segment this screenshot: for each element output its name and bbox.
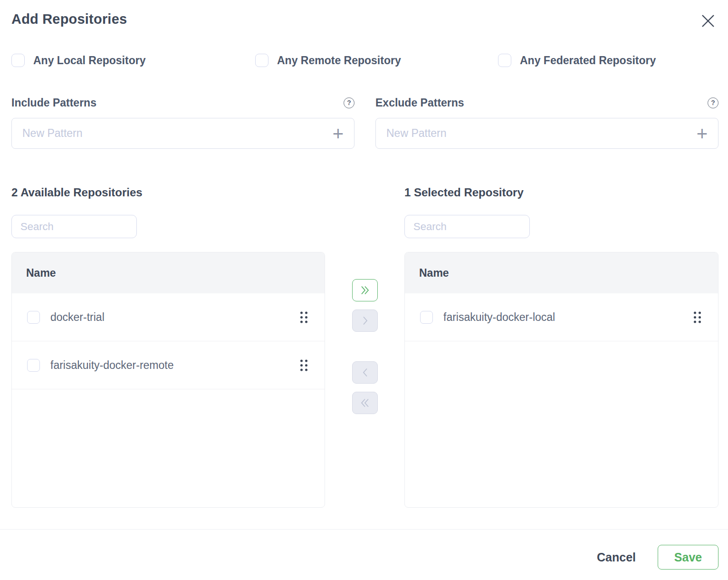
move-all-left-button[interactable] xyxy=(352,392,378,414)
exclude-patterns-section: Exclude Patterns ? + xyxy=(375,96,718,149)
save-button[interactable]: Save xyxy=(658,545,718,570)
name-column-header: Name xyxy=(419,267,449,280)
close-button[interactable] xyxy=(699,12,717,29)
close-icon xyxy=(700,13,716,29)
selected-table-header: Name xyxy=(405,252,718,293)
move-left-button[interactable] xyxy=(352,361,378,384)
add-include-pattern-button[interactable]: + xyxy=(333,124,344,143)
drag-handle[interactable] xyxy=(692,309,703,325)
checkbox-icon[interactable] xyxy=(498,54,511,67)
include-pattern-field: + xyxy=(11,118,354,149)
exclude-patterns-label: Exclude Patterns xyxy=(375,97,464,109)
row-checkbox[interactable] xyxy=(27,311,40,324)
double-chevron-left-icon xyxy=(361,398,369,407)
move-right-button[interactable] xyxy=(352,309,378,332)
help-icon[interactable]: ? xyxy=(344,97,354,108)
drag-dots-icon xyxy=(299,358,308,372)
repository-name: farisakuity-docker-local xyxy=(443,311,692,324)
drag-dots-icon xyxy=(693,310,702,324)
chevron-left-icon xyxy=(363,368,368,377)
any-local-repository-label: Any Local Repository xyxy=(33,54,145,67)
include-pattern-input[interactable] xyxy=(22,127,327,140)
available-table-header: Name xyxy=(12,252,325,293)
drag-handle[interactable] xyxy=(298,309,309,325)
row-checkbox[interactable] xyxy=(420,311,433,324)
drag-dots-icon xyxy=(299,310,308,324)
move-all-right-button[interactable] xyxy=(352,279,378,301)
exclude-pattern-field: + xyxy=(375,118,718,149)
add-exclude-pattern-button[interactable]: + xyxy=(697,124,708,143)
any-federated-repository-checkbox[interactable]: Any Federated Repository xyxy=(498,53,656,68)
repository-name: docker-trial xyxy=(50,311,298,324)
any-local-repository-checkbox[interactable]: Any Local Repository xyxy=(11,53,145,68)
any-remote-repository-checkbox[interactable]: Any Remote Repository xyxy=(255,53,401,68)
available-repositories-heading: 2 Available Repositories xyxy=(11,186,143,199)
available-repositories-table: Name docker-trial farisakuity-docker-rem… xyxy=(11,252,325,508)
drag-handle[interactable] xyxy=(298,358,309,373)
any-remote-repository-label: Any Remote Repository xyxy=(277,54,401,67)
double-chevron-right-icon xyxy=(361,286,369,295)
include-patterns-section: Include Patterns ? + xyxy=(11,96,354,149)
repository-name: farisakuity-docker-remote xyxy=(50,359,298,372)
available-search-input[interactable] xyxy=(11,215,137,238)
table-row: farisakuity-docker-remote xyxy=(12,341,325,389)
name-column-header: Name xyxy=(26,267,56,280)
table-row: docker-trial xyxy=(12,293,325,341)
any-federated-repository-label: Any Federated Repository xyxy=(520,54,656,67)
cancel-button[interactable]: Cancel xyxy=(590,545,642,570)
include-patterns-label: Include Patterns xyxy=(11,97,96,109)
row-checkbox[interactable] xyxy=(27,359,40,372)
dialog-title: Add Repositories xyxy=(11,11,127,27)
table-row: farisakuity-docker-local xyxy=(405,293,718,341)
exclude-pattern-input[interactable] xyxy=(386,127,691,140)
footer-divider xyxy=(0,529,728,530)
add-repositories-dialog: Add Repositories Any Local Repository An… xyxy=(0,0,728,580)
selected-search-input[interactable] xyxy=(404,215,530,238)
selected-repository-heading: 1 Selected Repository xyxy=(404,186,524,199)
selected-repositories-table: Name farisakuity-docker-local xyxy=(404,252,718,508)
checkbox-icon[interactable] xyxy=(11,54,25,67)
checkbox-icon[interactable] xyxy=(255,54,268,67)
chevron-right-icon xyxy=(363,316,368,325)
help-icon[interactable]: ? xyxy=(708,97,718,108)
